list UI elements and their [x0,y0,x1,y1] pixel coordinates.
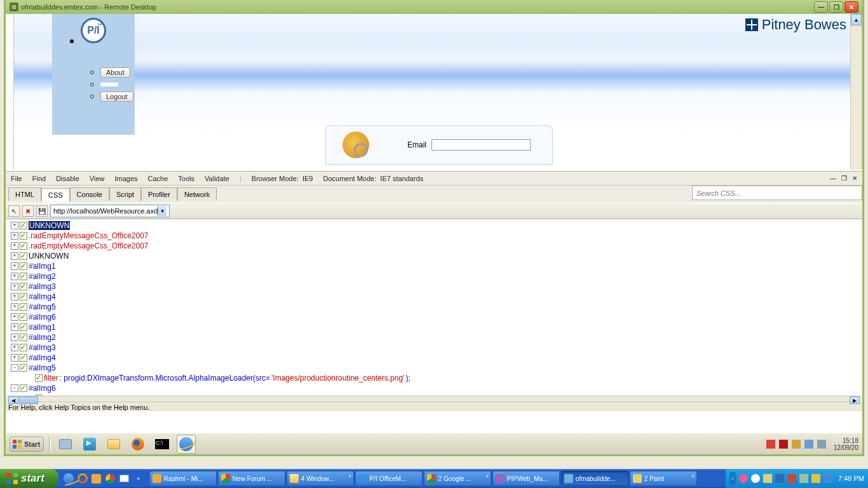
ql-more-icon[interactable]: » [132,471,145,485]
task-button[interactable]: New Forum ... [218,471,285,486]
adobe-icon[interactable] [779,440,788,449]
menu-view[interactable]: View [90,175,105,182]
chevron-down-icon[interactable]: ▾ [692,474,695,479]
expand-icon[interactable]: + [11,344,18,351]
checkbox-icon[interactable] [20,303,27,311]
tray-heart-icon[interactable] [739,474,748,483]
menu-file[interactable]: File [11,175,22,182]
printer-icon[interactable] [56,435,75,454]
cmd-icon[interactable]: C:\ [153,435,172,454]
checkbox-icon[interactable] [20,354,27,362]
scroll-up-button[interactable]: ▲ [851,14,862,25]
task-button[interactable]: 4 Window...▾ [287,471,354,486]
checkbox-icon[interactable] [20,364,27,372]
task-button[interactable]: 2 Paint▾ [630,471,697,486]
shield-icon[interactable] [766,440,775,449]
expand-icon[interactable]: + [11,323,18,331]
network-icon[interactable] [804,440,813,449]
css-search-input[interactable] [692,186,862,200]
menu-tools[interactable]: Tools [178,175,194,182]
tree-row[interactable]: +UNKNOWN [11,220,857,231]
tree-row[interactable]: +#alImg3 [11,342,857,353]
expand-icon[interactable]: - [11,384,18,392]
tree-row[interactable]: +#alImg6 [11,312,857,322]
minimize-button[interactable]: — [814,1,828,13]
scroll-right-button[interactable]: ▶ [850,396,860,404]
devtools-close-icon[interactable]: ✕ [852,175,857,182]
host-taskbar[interactable]: start » Rashmi - Mi...New Forum ...4 Win… [0,469,868,488]
tree-row[interactable]: +#alImg4 [11,353,857,363]
ql-desktop-icon[interactable] [118,471,131,485]
expand-icon[interactable]: + [11,283,18,290]
menu-validate[interactable]: Validate [205,175,229,182]
task-button[interactable]: PIPWeb_Ma... [492,471,560,486]
menu-cache[interactable]: Cache [148,175,168,182]
css-rule-tree[interactable]: +UNKNOWN+.radEmptyMessageCss_Office2007+… [6,219,862,395]
remote-taskbar[interactable]: Start C:\ 15:18 12/09/20 [6,433,862,454]
checkbox-icon[interactable] [20,273,27,280]
checkbox-icon[interactable] [20,334,27,341]
tree-row[interactable]: +#alImg4 [11,292,857,302]
tab-css[interactable]: CSS [41,188,70,202]
media-player-icon[interactable] [80,435,99,454]
expand-icon[interactable]: + [11,313,18,321]
menu-images[interactable]: Images [114,175,137,182]
task-button[interactable]: P/I OfficeM... [355,471,423,486]
checkbox-icon[interactable] [20,242,27,250]
ql-firefox-icon[interactable] [76,471,89,485]
checkbox-icon[interactable] [20,384,27,392]
key-icon[interactable] [792,440,801,449]
checkbox-icon[interactable] [35,395,43,395]
close-button[interactable]: ✕ [844,1,858,13]
devtools-menu[interactable]: File Find Disable View Images Cache Tool… [6,172,862,186]
devtools-minimize-icon[interactable]: — [830,175,836,182]
host-start-button[interactable]: start [0,469,58,488]
task-button[interactable]: ofmabuildde... [561,471,628,486]
tree-row[interactable]: +.radEmptyMessageCss_Office2007 [11,231,857,241]
clear-button[interactable]: ✖ [22,205,34,217]
tree-row[interactable]: -#alImg6 [11,383,857,393]
expand-icon[interactable]: + [11,262,18,270]
expand-icon[interactable]: + [11,273,18,280]
tree-row[interactable]: filter: progid:DXImageTransform.Microsof… [11,373,857,383]
email-field[interactable] [431,139,531,151]
ql-ie-icon[interactable] [62,471,75,485]
stylesheet-selector[interactable]: http://localhost/WebResource.axd ▼ [50,205,170,217]
checkbox-icon[interactable] [35,374,43,382]
tree-row[interactable]: +#alImg1 [11,261,857,271]
tab-console[interactable]: Console [70,187,109,201]
expand-icon[interactable]: + [11,354,18,362]
checkbox-icon[interactable] [20,222,27,229]
tab-network[interactable]: Network [177,187,217,201]
tab-script[interactable]: Script [109,187,141,201]
checkbox-icon[interactable] [20,313,27,321]
tree-row[interactable]: +#alImg2 [11,332,857,342]
menu-find[interactable]: Find [32,175,46,182]
ql-outlook-icon[interactable] [90,471,103,485]
tree-row[interactable]: +#alImg5 [11,302,857,312]
expand-icon[interactable]: - [11,364,18,372]
tree-row[interactable]: -#alImg5 [11,363,857,373]
menu-disable[interactable]: Disable [56,175,79,182]
host-clock[interactable]: 7:48 PM [836,475,864,482]
tray-net-icon[interactable] [775,474,784,483]
maximize-button[interactable]: ❐ [829,1,843,13]
chevron-down-icon[interactable]: ▼ [158,206,166,216]
checkbox-icon[interactable] [20,283,27,290]
tray-expand-icon[interactable]: ‹ [729,472,736,485]
logout-link[interactable]: Logout [90,92,141,102]
tray-cal-icon[interactable] [763,474,772,483]
remote-clock[interactable]: 15:18 12/09/20 [830,437,858,451]
checkbox-icon[interactable] [20,232,27,240]
chevron-down-icon[interactable]: ▾ [349,474,351,479]
system-tray[interactable]: ‹ 7:48 PM [725,469,868,488]
tab-html[interactable]: HTML [8,187,41,201]
devtools-restore-icon[interactable]: ❐ [841,175,847,182]
expand-icon[interactable]: + [11,252,18,260]
expand-icon[interactable]: + [11,293,18,301]
explorer-icon[interactable] [104,435,123,454]
ie-icon[interactable] [177,435,196,454]
ql-chrome-icon[interactable] [104,471,117,485]
firefox-icon[interactable] [128,435,147,454]
page-scrollbar[interactable]: ▲ [850,14,862,170]
